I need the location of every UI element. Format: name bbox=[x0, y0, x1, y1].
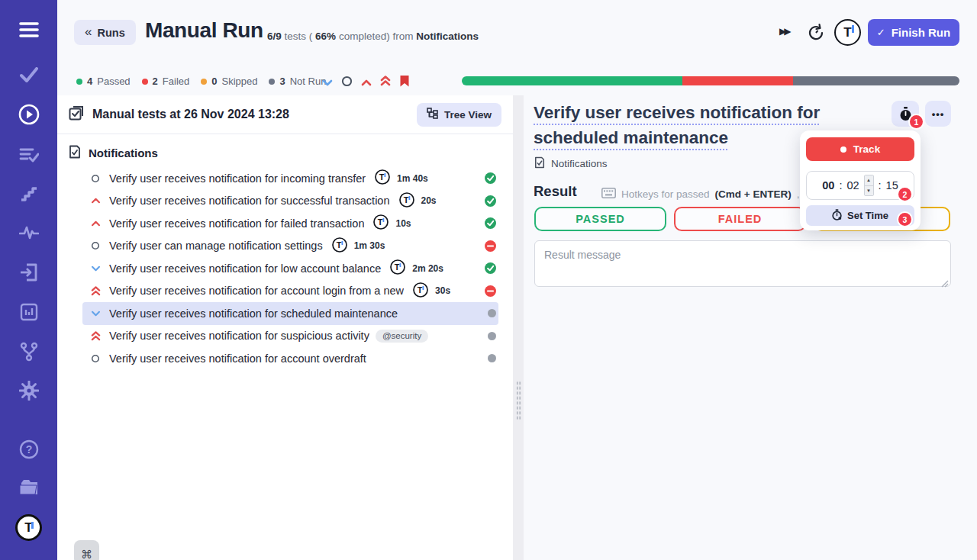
status-failed-icon bbox=[485, 240, 496, 252]
gear-icon[interactable] bbox=[0, 381, 57, 401]
breadcrumb[interactable]: Notifications bbox=[534, 156, 608, 171]
branch-icon[interactable] bbox=[0, 342, 57, 362]
test-logo-icon: T bbox=[332, 237, 347, 255]
svg-text:T: T bbox=[395, 262, 400, 272]
test-title: Verify user receives notification for ac… bbox=[109, 285, 404, 297]
play-circle-icon[interactable] bbox=[0, 104, 57, 125]
test-tag: @security bbox=[376, 330, 428, 343]
set-time-button[interactable]: Set Time bbox=[806, 205, 914, 226]
status-not_run-icon bbox=[488, 354, 496, 362]
drag-handle-icon[interactable] bbox=[516, 381, 521, 420]
status-passed-icon bbox=[485, 172, 496, 184]
notrun-summary: 3Not Run bbox=[269, 76, 326, 87]
priority-high-icon bbox=[90, 198, 101, 204]
menu-icon[interactable] bbox=[0, 21, 57, 38]
page-title: Manual Run bbox=[145, 18, 263, 43]
priority-highest-icon bbox=[90, 331, 101, 341]
test-row[interactable]: Verify user receives notification for sc… bbox=[82, 302, 498, 325]
svg-text:?: ? bbox=[25, 443, 32, 455]
hotkey-passed: (Cmd + ENTER) bbox=[715, 188, 792, 200]
test-row[interactable]: Verify user receives notification for lo… bbox=[82, 257, 498, 280]
percent-complete: 66% bbox=[315, 31, 336, 42]
suite-group-label: Notifications bbox=[89, 146, 158, 159]
normal-priority-filter-icon[interactable] bbox=[341, 76, 353, 90]
test-row[interactable]: Verify user receives notification for in… bbox=[82, 167, 498, 190]
folder-icon[interactable] bbox=[0, 478, 57, 497]
test-row[interactable]: Verify user receives notification for su… bbox=[82, 325, 498, 348]
priority-filters bbox=[322, 75, 410, 90]
tree-view-button[interactable]: Tree View bbox=[417, 103, 501, 127]
keyboard-icon bbox=[601, 188, 616, 201]
high-priority-filter-icon[interactable] bbox=[361, 76, 372, 89]
status-passed-icon bbox=[485, 195, 496, 207]
status-passed-icon bbox=[485, 217, 496, 229]
pulse-icon[interactable] bbox=[0, 226, 57, 240]
test-title: Verify user receives notification for lo… bbox=[109, 262, 381, 275]
low-priority-filter-icon[interactable] bbox=[322, 76, 333, 89]
bar-chart-icon[interactable] bbox=[0, 303, 57, 321]
step-badge-1: 1 bbox=[910, 115, 923, 128]
test-row[interactable]: Verify user receives notification for ac… bbox=[82, 280, 498, 303]
test-duration: 2m 20s bbox=[412, 263, 443, 274]
test-row[interactable]: Verify user receives notification for fa… bbox=[82, 212, 498, 235]
test-title: Verify user receives notification for in… bbox=[109, 172, 366, 185]
result-message-input[interactable] bbox=[534, 240, 951, 287]
panel-resize-divider[interactable] bbox=[513, 95, 524, 560]
status-passed-icon bbox=[485, 262, 496, 274]
progress-segment-passed bbox=[462, 76, 682, 85]
test-list-panel: Manual tests at 26 Nov 2024 13:28 Tree V… bbox=[57, 95, 513, 560]
resize-handle-icon[interactable] bbox=[941, 277, 949, 291]
back-to-runs-button[interactable]: « Runs bbox=[74, 20, 136, 45]
track-button[interactable]: Track bbox=[806, 137, 914, 161]
test-row[interactable]: Verify user receives notification for su… bbox=[82, 190, 498, 213]
failed-button[interactable]: FAILED bbox=[674, 207, 806, 231]
restart-timer-icon[interactable] bbox=[808, 23, 825, 44]
help-icon[interactable]: ? bbox=[0, 439, 57, 459]
priority-high-icon bbox=[90, 220, 101, 227]
sign-in-icon[interactable] bbox=[0, 262, 57, 282]
suite-group-row[interactable]: Notifications bbox=[57, 134, 513, 167]
status-not_run-icon bbox=[488, 309, 496, 317]
test-row[interactable]: Verify user receives notification for ac… bbox=[82, 347, 498, 370]
back-label: Runs bbox=[97, 27, 124, 39]
check-icon[interactable] bbox=[0, 67, 57, 82]
passed-button[interactable]: PASSED bbox=[534, 207, 666, 231]
hours-field[interactable]: 00 bbox=[822, 179, 834, 191]
document-check-icon bbox=[69, 145, 81, 161]
test-logo-icon: T bbox=[373, 214, 389, 232]
finish-run-button[interactable]: ✓ Finish Run bbox=[868, 19, 959, 46]
svg-text:T: T bbox=[379, 172, 385, 182]
step-down-icon[interactable]: ▼ bbox=[865, 186, 873, 196]
priority-normal-icon bbox=[90, 241, 101, 250]
status-failed-icon bbox=[485, 285, 496, 297]
brand-logo-icon[interactable]: T bbox=[834, 19, 861, 46]
highest-priority-filter-icon[interactable] bbox=[380, 76, 391, 89]
priority-low-icon bbox=[90, 266, 101, 272]
app-logo[interactable]: T bbox=[15, 514, 42, 541]
bookmark-filter-icon[interactable] bbox=[399, 75, 410, 90]
test-title: Verify user receives notification for su… bbox=[109, 195, 390, 207]
step-up-icon[interactable]: ▲ bbox=[865, 175, 873, 186]
steps-icon[interactable] bbox=[0, 186, 57, 201]
priority-normal-icon bbox=[90, 354, 101, 363]
manual-tests-icon bbox=[69, 105, 84, 124]
seconds-field[interactable]: 15 bbox=[886, 179, 898, 191]
test-row[interactable]: Verify user can manage notification sett… bbox=[82, 235, 498, 258]
skipped-summary: 0Skipped bbox=[201, 76, 257, 87]
progress-segment-failed bbox=[682, 76, 793, 85]
stopwatch-gear-icon bbox=[832, 209, 842, 223]
more-options-button[interactable]: ••• bbox=[925, 101, 951, 127]
fast-forward-icon[interactable]: ▶▶ bbox=[779, 26, 788, 37]
test-title: Verify user receives notification for su… bbox=[109, 330, 369, 342]
list-check-icon[interactable] bbox=[0, 146, 57, 163]
command-palette-button[interactable]: ⌘ bbox=[74, 540, 99, 560]
test-duration: 10s bbox=[395, 218, 411, 229]
passed-summary: 4Passed bbox=[76, 76, 131, 87]
minutes-stepper[interactable]: ▲▼ bbox=[864, 175, 874, 196]
step-badge-3: 3 bbox=[898, 213, 911, 226]
minutes-field[interactable]: 02 bbox=[846, 179, 859, 191]
test-duration: 20s bbox=[421, 195, 437, 206]
status-not_run-icon bbox=[488, 332, 496, 340]
svg-text:T: T bbox=[336, 240, 341, 249]
notrun-dot bbox=[269, 79, 275, 85]
